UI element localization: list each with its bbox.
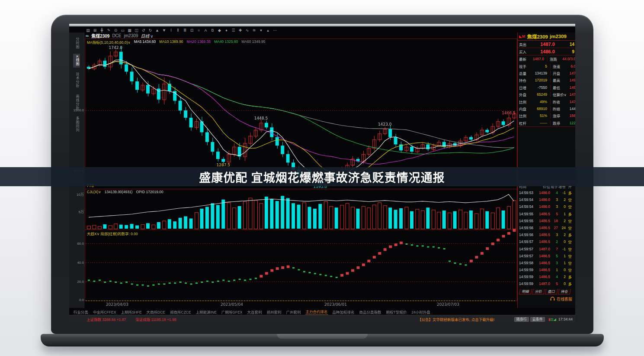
tape-row: 14:59:561486.52724空 [518, 224, 575, 231]
market-tab-6[interactable]: 广期所GFEX [221, 309, 243, 314]
market-tab-11[interactable]: 品种加权排名 [333, 309, 355, 314]
tape-row: 14:59:541486.032空 [518, 196, 575, 203]
quote-row: 比例49%昨收147 [518, 98, 575, 105]
tape-price: 1486.5 [535, 219, 550, 223]
market-tab-13[interactable]: 期权T型报价 [386, 309, 407, 314]
tape-hand: 18 [550, 219, 558, 223]
status-bar: 上证指数 3288.84 +1.87深证成指 11185.18 +1.98 【公… [69, 315, 575, 323]
sidebar-item-4[interactable]: 多图同列 [73, 115, 80, 134]
toolbar-icon[interactable]: ⊡ [189, 28, 194, 33]
tape-row: 14:59:591486.510空 [518, 266, 575, 273]
toolbar-icon[interactable]: ⌗ [196, 28, 201, 33]
toolbar-icon[interactable]: Ⅱ [176, 28, 180, 33]
indicator-axis-label: 40.0 [71, 261, 84, 265]
tape-hand: 3 [550, 197, 558, 202]
market-tab-0[interactable]: 行业分类 [74, 309, 88, 314]
toolbar-icon[interactable]: ⋯ [272, 28, 277, 33]
toolbar-icon[interactable]: Ⅲ [183, 28, 187, 33]
market-tab-9[interactable]: 广州套利 [286, 309, 301, 314]
tape-delta: 2 [558, 275, 566, 279]
toolbar-icon[interactable]: ∿ [245, 28, 250, 33]
tape-delta: 1 [558, 212, 566, 216]
toolbar-icon[interactable]: ▾ [259, 28, 263, 33]
toolbar-icon[interactable]: ▼ [162, 28, 167, 33]
quote-value: 147 [567, 71, 575, 75]
quote-value: 144 [567, 107, 575, 111]
status-indicator-icon: ◢ [554, 317, 556, 321]
market-tab-14[interactable]: 24小时外盘 [411, 309, 430, 314]
custom-indicator-header[interactable]: 大趋X∨ 局部(红框)的数字: 0.00 [87, 231, 138, 236]
market-tab-4[interactable]: 郑商所CZCE [170, 309, 191, 314]
toolbar-icon[interactable]: ♦ [224, 28, 229, 33]
sidebar-item-2[interactable]: 技术分析 [73, 71, 80, 90]
symbol-bar: ∞ 焦煤2309 DCE jm2309 日线∨ [86, 33, 154, 39]
tape-price: 1486.5 [535, 233, 550, 237]
ma-value-label: MA10 1389.90 [159, 39, 183, 45]
panel-tab-2[interactable]: 盘口 [545, 289, 558, 295]
toolbar-icon[interactable]: ▭ [120, 28, 125, 33]
market-tab-12[interactable]: 商品分类指数 [359, 309, 381, 314]
quote-grid: 最新1487.0涨跌44.0/3.0现手5涨速6.0总量134139开盘147持… [518, 55, 575, 127]
tape-time: 14:59:59 [519, 275, 535, 279]
quote-label: 最低 [550, 85, 567, 90]
tape-row: 14:59:531486.04-1多 [518, 189, 575, 196]
market-tab-2[interactable]: 上期所SHFE [121, 309, 141, 314]
tape-price: 1486.5 [535, 226, 550, 230]
toolbar-icon[interactable]: ▴ [266, 28, 270, 33]
quote-row: 杠杆——跌停122 [518, 120, 575, 126]
tape-list[interactable]: 14:59:531486.04-1多14:59:541486.032空14:59… [518, 189, 575, 288]
toolbar-icon[interactable]: Ⅰ [169, 28, 173, 33]
notice-link[interactable]: 【公告】文华财经新版本已发布, 点击下载升级! [418, 317, 494, 322]
headset-icon [550, 297, 555, 301]
toolbar-icon[interactable]: ▲ [155, 28, 160, 33]
ma-value-label: MA5 1434.60 [134, 39, 156, 45]
volume-indicator-header[interactable]: CJL(X)∨ 134139.00(4931) OPID 172019.00 [87, 190, 163, 194]
tape-time: 14:59:56 [519, 233, 535, 237]
status-button[interactable]: 云条件 [530, 317, 545, 322]
link-icon[interactable]: ∞ [86, 33, 89, 38]
quote-label: 现手 [519, 64, 531, 69]
volume-axis-label: 10万 [71, 192, 84, 197]
toolbar-icon[interactable]: ◆ [217, 28, 222, 33]
market-tab-10[interactable]: 主力合约排名 [306, 309, 328, 315]
toolbar-icon[interactable]: ▦ [127, 28, 132, 33]
tape-row: 14:59:551486.5182空 [518, 217, 575, 224]
market-tab-7[interactable]: 大连套利 [247, 309, 262, 314]
quote-value: 156 [567, 113, 575, 118]
quote-label: 昨收 [550, 99, 567, 104]
ma-indicator-header[interactable]: MA指标(5,10,20,40,60,0)∨MA5 1434.60MA10 13… [87, 39, 265, 45]
toolbar-icon[interactable]: ◫ [134, 28, 139, 33]
market-tab-1[interactable]: 中金所CFFEX [93, 309, 116, 314]
toolbar-icon[interactable]: ⊙ [113, 28, 118, 33]
period-selector[interactable]: 日线∨ [141, 32, 153, 39]
sidebar-item-1[interactable]: K线图 [73, 54, 80, 68]
sidebar-item-0[interactable]: 分时图 [73, 36, 80, 51]
tape-time: 14:59:54 [519, 197, 535, 202]
market-tab-8[interactable]: 郑州套利 [267, 309, 282, 314]
toolbar-icon[interactable]: B [210, 28, 215, 33]
symbol-name[interactable]: 焦煤2309 [91, 32, 109, 39]
index-ticker: 上证指数 3288.84 +1.87深证成指 11185.18 +1.98 [87, 317, 176, 322]
quote-value: 149 [567, 78, 575, 82]
toolbar-icon[interactable]: ☰ [231, 28, 236, 33]
price-axis-label: 1500.0 [71, 108, 84, 112]
status-button[interactable]: 随身行 [514, 317, 529, 322]
toolbar-icon[interactable]: ▤ [86, 28, 90, 33]
customer-service[interactable]: 在线客服 [518, 296, 575, 302]
panel-tab-1[interactable]: 分价 [532, 289, 545, 295]
market-tab-5[interactable]: 上期能源INE [196, 309, 217, 314]
panel-tab-0[interactable]: 明细 [519, 289, 532, 295]
period-label: 日线 [141, 34, 149, 39]
toolbar-icon[interactable]: ✚ [238, 28, 243, 33]
tape-price: 1486.5 [535, 254, 550, 258]
quote-value: 172019 [531, 78, 547, 82]
quote-value: 49% [531, 100, 547, 104]
toolbar-icon[interactable]: ≋ [252, 28, 256, 33]
quote-label: 总量 [519, 71, 531, 76]
tape-row: 14:59:581486.531空 [518, 259, 575, 266]
market-tab-3[interactable]: 大商所DCE [147, 309, 165, 314]
tape-delta: 24 [558, 226, 566, 230]
quote-label: 杠杆 [519, 120, 531, 126]
panel-tab-3[interactable]: 持仓 [558, 289, 571, 295]
toolbar-icon[interactable]: A [203, 28, 208, 33]
